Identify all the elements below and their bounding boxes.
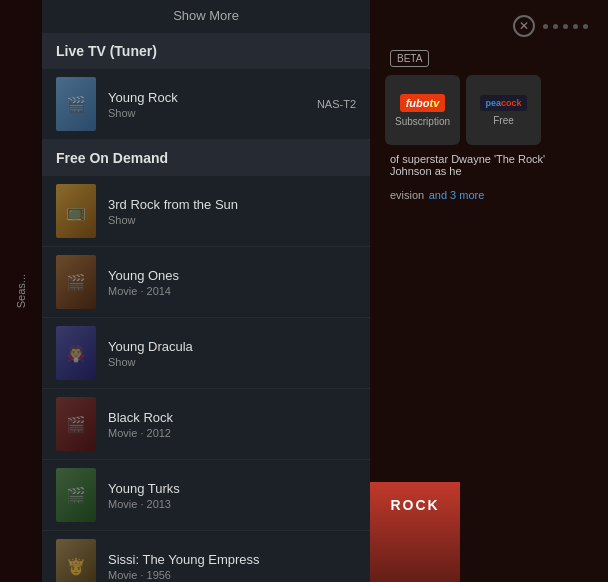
list-item[interactable]: 🎬 Young Rock Show NAS-T2 <box>42 69 370 140</box>
thumbnail: 👸 <box>56 539 96 582</box>
dot-1 <box>543 24 548 29</box>
media-title: Young Rock <box>108 90 317 105</box>
dot-5 <box>583 24 588 29</box>
list-item[interactable]: 🎬 Young Turks Movie · 2013 <box>42 460 370 531</box>
thumbnail: 🎬 <box>56 77 96 131</box>
thumbnail: 🎬 <box>56 255 96 309</box>
main-panel: Show More Live TV (Tuner) 🎬 Young Rock S… <box>42 0 370 582</box>
thumb-icon: 📺 <box>66 202 86 221</box>
media-title: Sissi: The Young Empress <box>108 552 356 567</box>
media-info: 3rd Rock from the Sun Show <box>108 197 356 226</box>
thumbnail: 🎬 <box>56 397 96 451</box>
media-info: Black Rock Movie · 2012 <box>108 410 356 439</box>
thumbnail: 🧛 <box>56 326 96 380</box>
thumb-icon: 🧛 <box>66 344 86 363</box>
rock-image: ROCK <box>370 482 460 582</box>
beta-badge: BETA <box>390 50 429 67</box>
list-item[interactable]: 🧛 Young Dracula Show <box>42 318 370 389</box>
show-more-top-button[interactable]: Show More <box>42 0 370 33</box>
peacock-logo: peacock <box>480 95 526 111</box>
free-label: Free <box>493 115 514 126</box>
thumb-icon: 🎬 <box>66 486 86 505</box>
season-label-left: Seas... <box>15 274 27 308</box>
media-badge: NAS-T2 <box>317 98 356 110</box>
media-info: Young Ones Movie · 2014 <box>108 268 356 297</box>
thumb-icon: 🎬 <box>66 273 86 292</box>
media-subtitle: Movie · 2014 <box>108 285 356 297</box>
rock-title: ROCK <box>390 497 439 513</box>
right-description: of superstar Dwayne 'The Rock' Johnson a… <box>380 145 598 185</box>
list-item[interactable]: 🎬 Black Rock Movie · 2012 <box>42 389 370 460</box>
media-subtitle: Show <box>108 107 317 119</box>
thumbnail: 📺 <box>56 184 96 238</box>
media-info: Young Dracula Show <box>108 339 356 368</box>
media-title: Young Ones <box>108 268 356 283</box>
dot-3 <box>563 24 568 29</box>
media-subtitle: Movie · 2012 <box>108 427 356 439</box>
media-title: 3rd Rock from the Sun <box>108 197 356 212</box>
media-subtitle: Movie · 2013 <box>108 498 356 510</box>
fubo-card[interactable]: fubotv Subscription <box>385 75 460 145</box>
subscription-label: Subscription <box>395 116 450 127</box>
media-info: Young Turks Movie · 2013 <box>108 481 356 510</box>
right-top-row: ✕ <box>380 10 598 42</box>
media-subtitle: Show <box>108 214 356 226</box>
live-tv-section-header: Live TV (Tuner) <box>42 33 370 69</box>
dot-4 <box>573 24 578 29</box>
media-title: Young Turks <box>108 481 356 496</box>
and-more-link[interactable]: and 3 more <box>429 189 485 201</box>
media-subtitle: Show <box>108 356 356 368</box>
description-text: of superstar Dwayne 'The Rock' Johnson a… <box>390 153 545 177</box>
evision-link[interactable]: evision <box>390 189 424 201</box>
list-item[interactable]: 👸 Sissi: The Young Empress Movie · 1956 <box>42 531 370 582</box>
close-button[interactable]: ✕ <box>513 15 535 37</box>
thumbnail: 🎬 <box>56 468 96 522</box>
media-info: Sissi: The Young Empress Movie · 1956 <box>108 552 356 581</box>
thumb-icon: 🎬 <box>66 95 86 114</box>
media-info: Young Rock Show <box>108 90 317 119</box>
media-title: Young Dracula <box>108 339 356 354</box>
subscription-cards: fubotv Subscription peacock Free <box>380 75 598 145</box>
thumb-icon: 🎬 <box>66 415 86 434</box>
media-subtitle: Movie · 1956 <box>108 569 356 581</box>
dot-2 <box>553 24 558 29</box>
left-edge: Seas... <box>0 0 42 582</box>
thumb-icon: 👸 <box>66 557 86 576</box>
pagination-dots <box>543 24 588 29</box>
list-item[interactable]: 📺 3rd Rock from the Sun Show <box>42 176 370 247</box>
media-title: Black Rock <box>108 410 356 425</box>
right-links-row: evision and 3 more <box>380 185 598 203</box>
list-item[interactable]: 🎬 Young Ones Movie · 2014 <box>42 247 370 318</box>
free-on-demand-section-header: Free On Demand <box>42 140 370 176</box>
peacock-card[interactable]: peacock Free <box>466 75 541 145</box>
fubo-logo: fubotv <box>400 94 446 112</box>
